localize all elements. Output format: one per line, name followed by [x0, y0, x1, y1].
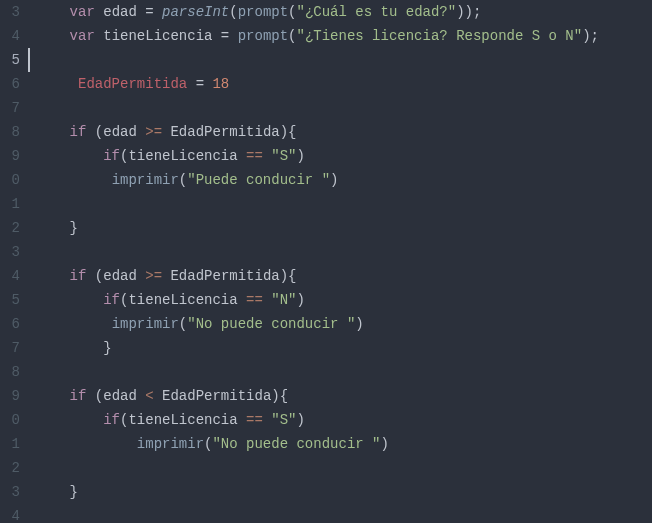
identifier: edad [103, 388, 137, 404]
line-number: 5 [4, 48, 20, 72]
line-number: 3 [4, 240, 20, 264]
code-line[interactable] [36, 456, 652, 480]
code-line[interactable]: imprimir("No puede conducir ") [36, 432, 652, 456]
paren: ) [355, 316, 363, 332]
line-number: 1 [4, 432, 20, 456]
line-number: 8 [4, 360, 20, 384]
line-number: 6 [4, 312, 20, 336]
operator: == [246, 292, 263, 308]
code-area[interactable]: var edad = parseInt(prompt("¿Cuál es tu … [28, 0, 652, 523]
brace: ){ [280, 268, 297, 284]
code-line[interactable]: var edad = parseInt(prompt("¿Cuál es tu … [36, 0, 652, 24]
keyword: var [70, 28, 95, 44]
string: "No puede conducir " [212, 436, 380, 452]
string: "N" [271, 292, 296, 308]
brace: } [70, 220, 78, 236]
operator: = [196, 76, 204, 92]
brace: } [103, 340, 111, 356]
string: "Puede conducir " [187, 172, 330, 188]
code-line-active[interactable] [36, 48, 652, 72]
brace: ){ [271, 388, 288, 404]
line-number: 9 [4, 144, 20, 168]
code-line[interactable]: if(tieneLicencia == "N") [36, 288, 652, 312]
paren: ) [297, 292, 305, 308]
keyword: if [103, 292, 120, 308]
line-number-gutter: 345678901234567890123456789 [0, 0, 28, 523]
keyword: if [70, 124, 87, 140]
paren: ) [380, 436, 388, 452]
line-number: 6 [4, 72, 20, 96]
operator: = [221, 28, 229, 44]
string: "¿Cuál es tu edad?" [297, 4, 457, 20]
line-number: 2 [4, 216, 20, 240]
paren: ( [288, 28, 296, 44]
code-line[interactable]: EdadPermitida = 18 [36, 72, 652, 96]
line-number: 7 [4, 96, 20, 120]
function: imprimir [112, 316, 179, 332]
line-number: 3 [4, 480, 20, 504]
paren: ( [179, 316, 187, 332]
string: "No puede conducir " [187, 316, 355, 332]
operator: == [246, 412, 263, 428]
identifier: edad [103, 4, 137, 20]
paren: ) [297, 412, 305, 428]
code-line[interactable]: } [36, 216, 652, 240]
paren: ) [330, 172, 338, 188]
code-line[interactable]: if(tieneLicencia == "S") [36, 408, 652, 432]
paren: ) [297, 148, 305, 164]
line-number: 0 [4, 408, 20, 432]
paren: ( [179, 172, 187, 188]
paren: ( [95, 124, 103, 140]
line-number: 9 [4, 384, 20, 408]
code-line[interactable]: if (edad >= EdadPermitida){ [36, 264, 652, 288]
operator: == [246, 148, 263, 164]
string: "S" [271, 412, 296, 428]
code-line[interactable]: imprimir("Puede conducir ") [36, 168, 652, 192]
code-line[interactable]: if (edad < EdadPermitida){ [36, 384, 652, 408]
line-number: 5 [4, 288, 20, 312]
function: imprimir [112, 172, 179, 188]
line-number: 4 [4, 264, 20, 288]
string: "¿Tienes licencia? Responde S o N" [297, 28, 583, 44]
operator: >= [145, 124, 162, 140]
keyword: if [103, 412, 120, 428]
keyword: if [70, 268, 87, 284]
keyword: if [70, 388, 87, 404]
code-editor[interactable]: 345678901234567890123456789 var edad = p… [0, 0, 652, 523]
code-line[interactable] [36, 360, 652, 384]
code-line[interactable]: } [36, 336, 652, 360]
code-line[interactable]: } [36, 480, 652, 504]
number: 18 [212, 76, 229, 92]
code-line[interactable]: imprimir("No puede conducir ") [36, 312, 652, 336]
identifier: tieneLicencia [128, 292, 237, 308]
keyword: if [103, 148, 120, 164]
function: prompt [238, 28, 288, 44]
line-number: 4 [4, 24, 20, 48]
line-number: 4 [4, 504, 20, 523]
identifier: tieneLicencia [103, 28, 212, 44]
line-number: 1 [4, 192, 20, 216]
function: imprimir [137, 436, 204, 452]
keyword: var [70, 4, 95, 20]
code-line[interactable]: if(tieneLicencia == "S") [36, 144, 652, 168]
identifier: edad [103, 124, 137, 140]
operator: >= [145, 268, 162, 284]
identifier: edad [103, 268, 137, 284]
code-line[interactable]: var tieneLicencia = prompt("¿Tienes lice… [36, 24, 652, 48]
code-line[interactable] [36, 192, 652, 216]
function: parseInt [162, 4, 229, 20]
operator: = [145, 4, 153, 20]
identifier: EdadPermitida [170, 268, 279, 284]
function: prompt [238, 4, 288, 20]
paren: ( [95, 268, 103, 284]
code-line[interactable] [36, 96, 652, 120]
brace: } [70, 484, 78, 500]
code-line[interactable] [36, 240, 652, 264]
line-number: 7 [4, 336, 20, 360]
code-line[interactable] [36, 504, 652, 523]
identifier: EdadPermitida [170, 124, 279, 140]
paren: ( [95, 388, 103, 404]
string: "S" [271, 148, 296, 164]
identifier: tieneLicencia [128, 148, 237, 164]
code-line[interactable]: if (edad >= EdadPermitida){ [36, 120, 652, 144]
